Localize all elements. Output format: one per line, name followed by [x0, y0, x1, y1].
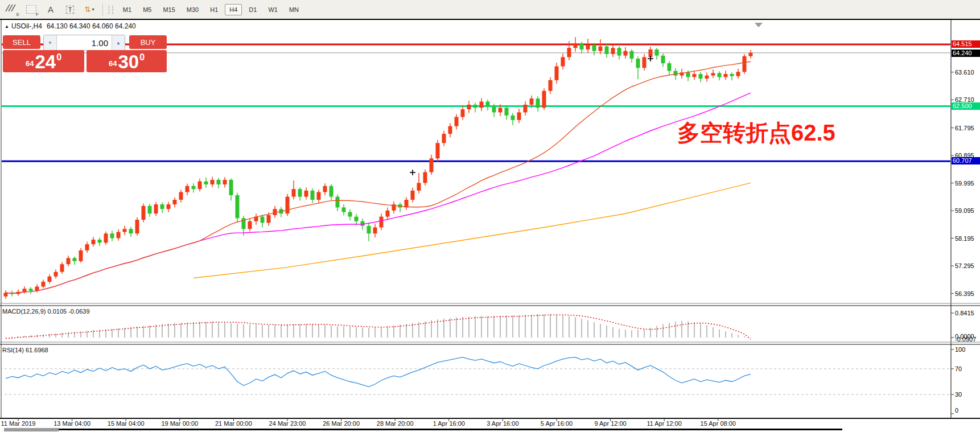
buy-price-sup: 0: [139, 52, 145, 63]
symbol-arrow-icon: ▲: [5, 24, 9, 29]
time-axis-label: 26 Mar 20:00: [323, 420, 360, 427]
rsi-axis-label: 0: [955, 407, 958, 414]
hline-price-label: 64.515: [952, 40, 980, 48]
volume-increase-button[interactable]: ▲: [112, 35, 125, 50]
current-price-label: 64.240: [952, 50, 980, 57]
buy-button-label: BUY: [141, 38, 156, 47]
rsi-axis-label: 30: [955, 391, 962, 398]
scrollbar-line[interactable]: [59, 429, 842, 430]
hline-price-label: 60.707: [952, 157, 980, 164]
macd-axis-low: -0.0507: [955, 336, 976, 343]
sell-button-label: SELL: [13, 38, 31, 47]
time-axis-label: 19 Mar 00:00: [161, 420, 198, 427]
volume-decrease-button[interactable]: ▼: [44, 35, 57, 50]
rsi-value: 61.6968: [26, 347, 48, 353]
symbol-name: USOil-,H4: [11, 22, 42, 30]
volume-stepper: ▼ 1.00 ▲: [43, 35, 125, 51]
price-axis-label: 59.995: [955, 180, 974, 187]
caret-down-icon: ▼: [48, 40, 52, 46]
sell-price-sup: 0: [56, 52, 61, 63]
time-axis-label: 21 Mar 00:00: [215, 420, 252, 427]
sell-price-small: 64: [26, 59, 34, 68]
time-axis-label: 15 Mar 04:00: [108, 420, 145, 427]
price-axis-label: 58.195: [955, 235, 974, 242]
time-axis-label: 24 Mar 23:00: [269, 420, 306, 427]
caret-up-icon: ▲: [116, 40, 121, 46]
time-axis-label: 11 Apr 12:00: [647, 420, 682, 427]
price-axis-label: 63.610: [955, 69, 974, 76]
sell-quote-panel[interactable]: 64 24 0: [3, 50, 84, 72]
chart-annotation-text: 多空转折点62.5: [677, 117, 835, 149]
ohlc-values: 64.130 64.340 64.060 64.240: [47, 22, 136, 30]
scrollbar-thumb[interactable]: [4, 428, 59, 431]
buy-button[interactable]: BUY: [129, 35, 167, 49]
buy-price-small: 64: [109, 59, 117, 68]
time-axis-label: 28 Mar 20:00: [377, 420, 414, 427]
rsi-label: RSI(14) 61.6968: [2, 347, 48, 353]
sell-price-big: 24: [35, 54, 56, 71]
rsi-axis-label: 70: [955, 365, 962, 372]
time-axis-label: 9 Apr 12:00: [594, 420, 626, 427]
macd-label: MACD(12,26,9) 0.0105 -0.0639: [2, 308, 90, 315]
sell-button[interactable]: SELL: [3, 35, 40, 49]
price-axis-label: 56.395: [955, 290, 974, 297]
rsi-name: RSI(14): [2, 347, 24, 353]
time-axis-label: 5 Apr 16:00: [541, 420, 573, 427]
rsi-axis-label: 100: [955, 346, 965, 353]
trading-terminal: E F A T ⇅ ▾ ┆┆ M1M5M15M30H1H4D1W1MN ▲USO…: [0, 0, 980, 432]
chart-title: ▲USOil-,H464.130 64.340 64.060 64.240: [5, 22, 136, 30]
price-axis-label: 59.095: [955, 207, 974, 214]
volume-input[interactable]: 1.00: [57, 35, 112, 50]
time-axis-label: 15 Apr 08:00: [701, 420, 736, 427]
macd-axis-top: 0.8415: [955, 310, 974, 316]
time-axis-label: 1 Apr 16:00: [433, 420, 465, 427]
buy-quote-panel[interactable]: 64 30 0: [87, 50, 167, 72]
macd-values: 0.0105 -0.0639: [47, 308, 89, 315]
time-axis-label: 3 Apr 16:00: [487, 420, 518, 427]
buy-price-big: 30: [118, 54, 139, 71]
macd-name: MACD(12,26,9): [2, 308, 46, 315]
price-axis-label: 57.295: [955, 262, 974, 269]
time-axis-label: 13 Mar 04:00: [53, 420, 90, 427]
hline-price-label: 62.500: [952, 102, 980, 110]
time-axis-label: 11 Mar 2019: [1, 420, 36, 427]
price-axis-label: 61.795: [955, 125, 974, 131]
